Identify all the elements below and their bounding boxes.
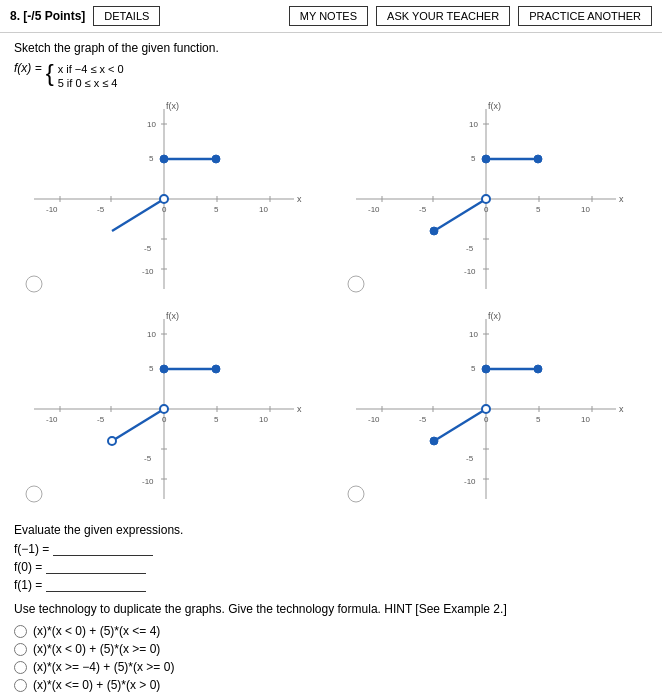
svg-text:-10: -10: [368, 415, 380, 424]
svg-text:5: 5: [536, 205, 541, 214]
svg-point-108: [482, 365, 490, 373]
eval-input-2[interactable]: [46, 559, 146, 574]
svg-line-48: [434, 199, 486, 231]
svg-point-24: [160, 155, 168, 163]
svg-text:-10: -10: [46, 205, 58, 214]
content-area: Sketch the graph of the given function. …: [0, 33, 662, 700]
svg-point-25: [212, 155, 220, 163]
radio-option-3[interactable]: (x)*(x >= −4) + (5)*(x >= 0): [14, 660, 648, 674]
eval-label-3: f(1) =: [14, 578, 42, 592]
svg-point-77: [108, 437, 116, 445]
svg-text:5: 5: [471, 364, 476, 373]
svg-text:-5: -5: [97, 415, 105, 424]
svg-text:-10: -10: [368, 205, 380, 214]
eval-line-2: f(0) =: [14, 559, 648, 574]
svg-text:f(x): f(x): [166, 311, 179, 321]
svg-text:x: x: [297, 404, 302, 414]
radio-label-1: (x)*(x < 0) + (5)*(x <= 4): [33, 624, 160, 638]
hint-section: Use technology to duplicate the graphs. …: [14, 602, 648, 616]
svg-point-78: [160, 405, 168, 413]
svg-text:-10: -10: [464, 267, 476, 276]
svg-text:0: 0: [162, 205, 167, 214]
svg-point-81: [212, 365, 220, 373]
ask-teacher-button[interactable]: ASK YOUR TEACHER: [376, 6, 510, 26]
hint-text: Use technology to duplicate the graphs. …: [14, 602, 507, 616]
my-notes-button[interactable]: MY NOTES: [289, 6, 368, 26]
svg-text:10: 10: [147, 120, 156, 129]
svg-text:f(x): f(x): [166, 101, 179, 111]
svg-text:0: 0: [162, 415, 167, 424]
svg-text:-5: -5: [466, 244, 474, 253]
svg-point-22: [160, 195, 168, 203]
radio-input-2[interactable]: [14, 643, 27, 656]
svg-text:10: 10: [147, 330, 156, 339]
brace-icon: {: [46, 61, 54, 85]
svg-text:x: x: [619, 194, 624, 204]
graph-2-svg: x f(x) 0 -5 -10 5 10 5 -5 -10 10: [336, 99, 636, 299]
svg-text:5: 5: [214, 415, 219, 424]
svg-point-54: [348, 276, 364, 292]
function-label: f(x) =: [14, 61, 42, 75]
svg-point-53: [534, 155, 542, 163]
svg-text:x: x: [297, 194, 302, 204]
graph-3-svg: x f(x) 0 -5 -10 5 10 5 -5 -10 10: [14, 309, 314, 509]
svg-text:-10: -10: [464, 477, 476, 486]
eval-line-3: f(1) =: [14, 577, 648, 592]
svg-point-106: [482, 405, 490, 413]
eval-input-1[interactable]: [53, 541, 153, 556]
svg-text:5: 5: [471, 154, 476, 163]
graph-3: x f(x) 0 -5 -10 5 10 5 -5 -10 10: [14, 309, 314, 509]
practice-another-button[interactable]: PRACTICE ANOTHER: [518, 6, 652, 26]
svg-point-80: [160, 365, 168, 373]
problem-description: Sketch the graph of the given function.: [14, 41, 648, 55]
graphs-grid: x f(x) 0 -5 -10 5 10 5 -5 -10 10: [14, 99, 648, 509]
svg-point-50: [482, 195, 490, 203]
radio-option-4[interactable]: (x)*(x <= 0) + (5)*(x > 0): [14, 678, 648, 692]
svg-text:f(x): f(x): [488, 101, 501, 111]
points-label: 8. [-/5 Points]: [10, 9, 85, 23]
svg-point-109: [534, 365, 542, 373]
radio-option-2[interactable]: (x)*(x < 0) + (5)*(x >= 0): [14, 642, 648, 656]
svg-point-105: [430, 437, 438, 445]
svg-text:5: 5: [214, 205, 219, 214]
svg-text:-5: -5: [419, 415, 427, 424]
piecewise-function: f(x) = { x if −4 ≤ x < 0 5 if 0 ≤ x ≤ 4: [14, 61, 648, 89]
svg-text:5: 5: [536, 415, 541, 424]
svg-point-49: [430, 227, 438, 235]
eval-label-1: f(−1) =: [14, 542, 49, 556]
svg-text:10: 10: [259, 415, 268, 424]
radio-label-3: (x)*(x >= −4) + (5)*(x >= 0): [33, 660, 174, 674]
radio-options: (x)*(x < 0) + (5)*(x <= 4) (x)*(x < 0) +…: [14, 624, 648, 692]
evaluate-section: Evaluate the given expressions. f(−1) = …: [14, 523, 648, 592]
case-1: x if −4 ≤ x < 0: [58, 63, 124, 75]
svg-line-76: [112, 409, 164, 441]
radio-label-4: (x)*(x <= 0) + (5)*(x > 0): [33, 678, 160, 692]
radio-input-4[interactable]: [14, 679, 27, 692]
svg-text:-5: -5: [97, 205, 105, 214]
graph-4-svg: x f(x) 0 -5 -10 5 10 5 -5 -10 10: [336, 309, 636, 509]
graph-1-svg: x f(x) 0 -5 -10 5 10 5 -5 -10 10: [14, 99, 314, 299]
svg-text:0: 0: [484, 205, 489, 214]
svg-point-52: [482, 155, 490, 163]
svg-text:0: 0: [484, 415, 489, 424]
svg-text:-5: -5: [466, 454, 474, 463]
eval-line-1: f(−1) =: [14, 541, 648, 556]
radio-label-2: (x)*(x < 0) + (5)*(x >= 0): [33, 642, 160, 656]
top-bar: 8. [-/5 Points] DETAILS MY NOTES ASK YOU…: [0, 0, 662, 33]
details-button[interactable]: DETAILS: [93, 6, 160, 26]
svg-text:-10: -10: [46, 415, 58, 424]
graph-1: x f(x) 0 -5 -10 5 10 5 -5 -10 10: [14, 99, 314, 299]
piecewise-cases: x if −4 ≤ x < 0 5 if 0 ≤ x ≤ 4: [58, 61, 124, 89]
svg-text:10: 10: [581, 205, 590, 214]
eval-input-3[interactable]: [46, 577, 146, 592]
graph-4: x f(x) 0 -5 -10 5 10 5 -5 -10 10: [336, 309, 636, 509]
svg-text:x: x: [619, 404, 624, 414]
svg-point-110: [348, 486, 364, 502]
radio-input-1[interactable]: [14, 625, 27, 638]
svg-text:-5: -5: [144, 244, 152, 253]
radio-option-1[interactable]: (x)*(x < 0) + (5)*(x <= 4): [14, 624, 648, 638]
svg-text:10: 10: [581, 415, 590, 424]
radio-input-3[interactable]: [14, 661, 27, 674]
svg-text:5: 5: [149, 364, 154, 373]
svg-text:-5: -5: [419, 205, 427, 214]
